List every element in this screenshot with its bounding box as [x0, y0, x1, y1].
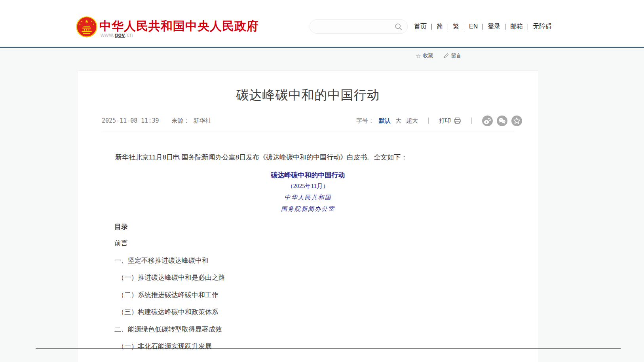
toc-item-preface: 前言 — [114, 239, 514, 256]
toc-item-section1-1: （一）推进碳达峰碳中和是必由之路 — [114, 273, 514, 290]
nav-accessibility[interactable]: 无障碍 — [528, 23, 557, 31]
article-title: 碳达峰碳中和的中国行动 — [78, 87, 538, 104]
national-emblem-icon: ★ ★ ★ ★ ★ — [75, 14, 98, 39]
viewport-bottom-rule — [36, 348, 621, 349]
print-button[interactable]: 打印 — [439, 117, 461, 125]
site-url[interactable]: www.gov.cn — [101, 32, 133, 38]
comment-label: 留言 — [451, 52, 461, 59]
wechat-share-icon[interactable] — [497, 116, 507, 126]
favorite-label: 收藏 — [423, 52, 433, 59]
font-size-label: 字号： — [356, 117, 374, 125]
source-name[interactable]: 新华社 — [194, 117, 211, 125]
toc-heading: 目录 — [114, 222, 128, 231]
font-size-large-button[interactable]: 大 — [395, 117, 401, 125]
nav-traditional-chinese[interactable]: 繁 — [448, 23, 464, 31]
svg-text:★: ★ — [85, 19, 89, 24]
search-box — [310, 19, 408, 34]
font-size-default-button[interactable]: 默认 — [379, 117, 391, 125]
national-emblem-logo[interactable]: ★ ★ ★ ★ ★ — [75, 14, 98, 39]
site-header: ★ ★ ★ ★ ★ 中华人民共和国中央人民政府 www.gov.cn 首页 简 … — [0, 0, 644, 47]
toc-item-section2: 二、能源绿色低碳转型取得显著成效 — [114, 325, 514, 342]
print-label: 打印 — [439, 117, 451, 125]
meta-divider-rule — [102, 131, 514, 131]
document-issuer-country: 中华人民共和国 — [78, 194, 538, 201]
top-nav: 首页 简 繁 EN 登录 邮箱 无障碍 — [414, 22, 557, 31]
printer-icon — [454, 118, 461, 124]
lead-paragraph: 新华社北京11月8日电 国务院新闻办公室8日发布《碳达峰碳中和的中国行动》白皮书… — [102, 152, 514, 163]
document-date: （2025年11月） — [78, 182, 538, 190]
url-www: www. — [101, 32, 114, 38]
article-meta-row: 2025-11-08 11:39 来源： 新华社 字号： 默认 大 超大 打印 — [102, 115, 522, 126]
document-title: 碳达峰碳中和的中国行动 — [78, 171, 538, 180]
article-card: 碳达峰碳中和的中国行动 2025-11-08 11:39 来源： 新华社 字号：… — [78, 70, 538, 362]
toc-item-section1-3: （三）构建碳达峰碳中和政策体系 — [114, 307, 514, 325]
comment-button[interactable]: 留言 — [443, 52, 461, 59]
svg-text:★: ★ — [91, 20, 93, 23]
nav-english[interactable]: EN — [464, 23, 483, 30]
favorite-star-share-icon[interactable] — [511, 116, 522, 126]
weibo-share-icon[interactable] — [482, 116, 493, 126]
pencil-icon — [443, 53, 449, 59]
search-input[interactable] — [316, 20, 391, 33]
url-cn: .cn — [125, 32, 133, 38]
favorite-button[interactable]: ☆ 收藏 — [416, 52, 433, 59]
meta-divider — [428, 118, 429, 124]
toc-item-section1: 一、坚定不移推进碳达峰碳中和 — [114, 256, 514, 273]
search-icon[interactable] — [395, 23, 403, 31]
svg-text:★: ★ — [79, 23, 81, 25]
table-of-contents: 前言 一、坚定不移推进碳达峰碳中和 （一）推进碳达峰碳中和是必由之路 （二）系统… — [114, 239, 514, 359]
svg-text:★: ★ — [81, 20, 83, 23]
star-icon: ☆ — [416, 53, 421, 59]
nav-mail[interactable]: 邮箱 — [505, 23, 528, 31]
toc-item-section2-1: （一）非化石能源实现跃升发展 — [114, 342, 514, 359]
document-issuer-office: 国务院新闻办公室 — [78, 205, 538, 213]
url-gov: gov — [114, 32, 125, 38]
source-label: 来源： — [172, 117, 190, 125]
toc-item-section1-2: （二）系统推进碳达峰碳中和工作 — [114, 290, 514, 308]
publish-time: 2025-11-08 11:39 — [102, 117, 159, 124]
font-size-xlarge-button[interactable]: 超大 — [406, 117, 418, 125]
nav-login[interactable]: 登录 — [483, 23, 505, 31]
share-icons — [482, 116, 522, 126]
nav-home[interactable]: 首页 — [414, 23, 431, 31]
article-meta-left: 2025-11-08 11:39 来源： 新华社 — [102, 117, 211, 125]
page-tools: ☆ 收藏 留言 — [416, 52, 461, 59]
svg-text:★: ★ — [93, 23, 95, 25]
meta-divider — [471, 118, 472, 124]
nav-simplified-chinese[interactable]: 简 — [432, 23, 448, 31]
article-meta-right: 字号： 默认 大 超大 打印 — [356, 116, 522, 126]
